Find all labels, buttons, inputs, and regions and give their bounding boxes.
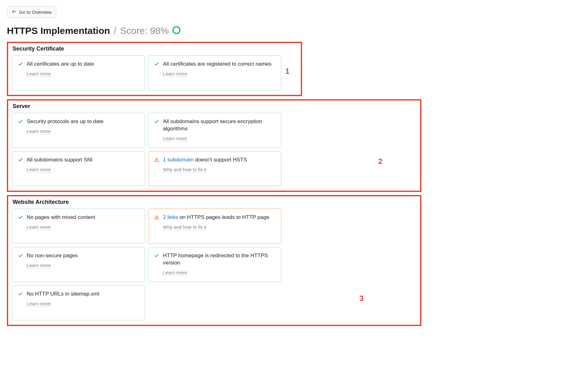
score-ring-icon	[172, 26, 181, 36]
card-title: All subdomains support SNI	[27, 156, 93, 164]
check-icon	[154, 252, 160, 259]
annotation-number-1: 1	[285, 67, 289, 76]
issue-text: on HTTPS pages leads to HTTP page	[178, 214, 269, 220]
card-title: HTTP homepage is redirected to the HTTPS…	[163, 252, 275, 267]
heading-separator: /	[114, 25, 116, 36]
annotation-number-2: 2	[378, 157, 382, 166]
issue-count-link[interactable]: 2 links	[163, 214, 178, 220]
cards-server: Security protocols are up to date Learn …	[12, 113, 416, 186]
svg-point-2	[173, 27, 180, 34]
card-title: No pages with mixed content	[27, 214, 95, 221]
card-subdomains-sni[interactable]: All subdomains support SNI Learn more	[12, 151, 145, 186]
learn-more-link[interactable]: Learn more	[27, 224, 51, 230]
check-icon	[154, 61, 160, 68]
learn-more-link[interactable]: Learn more	[27, 128, 51, 134]
learn-more-link[interactable]: Learn more	[163, 71, 187, 77]
card-subdomains-encryption[interactable]: All subdomains support secure encryption…	[148, 113, 281, 148]
card-title: All subdomains support secure encryption…	[163, 118, 275, 133]
check-icon	[154, 118, 160, 125]
section-security-certificate: 1 Security Certificate All certificates …	[7, 42, 302, 96]
card-no-mixed-content[interactable]: No pages with mixed content Learn more	[12, 209, 145, 244]
why-and-how-to-fix-link[interactable]: Why and how to fix it	[163, 167, 206, 173]
warning-triangle-icon	[154, 156, 160, 164]
card-no-non-secure-pages[interactable]: No non-secure pages Learn more	[12, 247, 145, 282]
check-icon	[18, 291, 24, 298]
card-hsts-warning[interactable]: 1 subdomain doesn't support HSTS Why and…	[148, 151, 281, 186]
card-no-http-urls-sitemap[interactable]: No HTTP URLs in sitemap.xml Learn more	[12, 285, 145, 320]
page-title: HTTPS Implementation	[7, 25, 110, 36]
learn-more-link[interactable]: Learn more	[163, 270, 187, 276]
section-title-website-architecture: Website Architecture	[13, 199, 416, 205]
check-icon	[18, 252, 24, 259]
learn-more-link[interactable]: Learn more	[163, 136, 187, 142]
score-label: Score: 98%	[120, 25, 169, 36]
card-https-to-http-links[interactable]: 2 links on HTTPS pages leads to HTTP pag…	[148, 209, 281, 244]
go-to-overview-button[interactable]: Go to Overview	[7, 6, 56, 18]
section-server: 2 Server Security protocols are up to da…	[7, 99, 421, 192]
cards-security-certificate: All certificates are up to date Learn mo…	[12, 55, 297, 90]
issue-text: doesn't support HSTS	[193, 157, 247, 163]
page-root: Go to Overview HTTPS Implementation / Sc…	[0, 0, 418, 342]
card-title: Security protocols are up to date	[27, 118, 104, 125]
warning-triangle-icon	[154, 214, 160, 221]
card-certificates-up-to-date[interactable]: All certificates are up to date Learn mo…	[12, 55, 145, 90]
section-title-security-certificate: Security Certificate	[13, 46, 297, 52]
learn-more-link[interactable]: Learn more	[27, 263, 51, 269]
check-icon	[18, 118, 24, 125]
section-website-architecture: 3 Website Architecture No pages with mix…	[7, 195, 421, 326]
arrow-left-icon	[12, 9, 17, 15]
check-icon	[18, 61, 24, 68]
why-and-how-to-fix-link[interactable]: Why and how to fix it	[163, 224, 206, 230]
card-title: All certificates are up to date	[27, 61, 94, 68]
section-title-server: Server	[13, 103, 416, 110]
card-title: 2 links on HTTPS pages leads to HTTP pag…	[163, 214, 269, 221]
issue-count-link[interactable]: 1 subdomain	[163, 157, 193, 163]
card-certificates-correct-names[interactable]: All certificates are registered to corre…	[148, 55, 281, 90]
learn-more-link[interactable]: Learn more	[27, 71, 51, 77]
card-title: No non-secure pages	[27, 252, 78, 259]
check-icon	[18, 156, 24, 164]
cards-website-architecture: No pages with mixed content Learn more 2…	[12, 209, 416, 320]
card-title: All certificates are registered to corre…	[163, 61, 272, 68]
card-http-homepage-redirected[interactable]: HTTP homepage is redirected to the HTTPS…	[148, 247, 281, 282]
card-title: 1 subdomain doesn't support HSTS	[163, 156, 247, 164]
check-icon	[18, 214, 24, 221]
page-heading: HTTPS Implementation / Score: 98%	[7, 25, 411, 36]
learn-more-link[interactable]: Learn more	[27, 301, 51, 307]
card-security-protocols[interactable]: Security protocols are up to date Learn …	[12, 113, 145, 148]
go-to-overview-label: Go to Overview	[19, 9, 51, 15]
card-title: No HTTP URLs in sitemap.xml	[27, 291, 99, 298]
learn-more-link[interactable]: Learn more	[27, 167, 51, 173]
annotation-number-3: 3	[360, 294, 364, 303]
